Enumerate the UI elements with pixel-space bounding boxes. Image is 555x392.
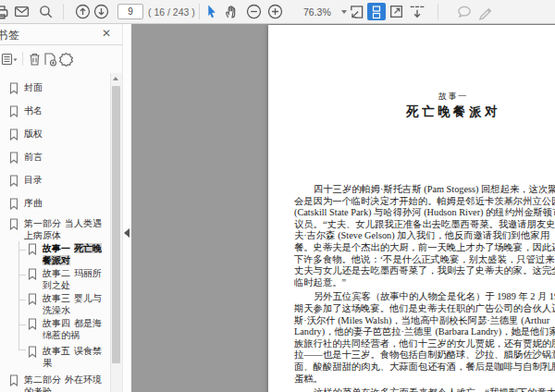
- bookmark-label: 故事五误食禁果: [43, 345, 109, 369]
- annotate-pen-icon[interactable]: [476, 3, 495, 20]
- paragraph: 另外五位宾客（故事中的人物全是化名）于 1989 年 2 月 19 日星期天参加…: [294, 291, 555, 385]
- text-line: 斯·沃尔什 (Miles Walsh)，当地高中副校长阿瑟·兰德里 (Arthu…: [294, 315, 555, 327]
- search-icon[interactable]: [36, 3, 55, 20]
- bookmark-label: 书名: [24, 104, 105, 120]
- story-title: 死亡晚餐派对: [268, 104, 555, 120]
- paragraph: 这样的菜单在许多方面看来都令人难忘。“我把剩下的意大利面: [294, 387, 555, 392]
- text-line: 丈夫与女儿还是去吃墨西哥菜了，我则去了史蒂夫的家。这完全是: [294, 265, 555, 277]
- bookmark-icon: [9, 374, 18, 392]
- page-number-input[interactable]: [117, 4, 143, 19]
- zoom-level-label[interactable]: 76.3%: [303, 6, 331, 18]
- zoom-dropdown-caret[interactable]: [341, 10, 347, 14]
- hand-tool-icon[interactable]: [221, 3, 240, 20]
- panel-edge: [122, 23, 131, 392]
- select-tool-icon[interactable]: [202, 3, 220, 20]
- bookmark-label: 前言: [24, 151, 105, 166]
- text-line: 临时起意。”: [294, 277, 555, 289]
- text-line: 这样的菜单在许多方面看来都令人难忘。“我把剩下的意大利面: [294, 387, 555, 392]
- bookmark-item[interactable]: 序曲: [0, 193, 111, 216]
- bookmark-icon: [28, 345, 37, 369]
- bookmark-item[interactable]: 封面: [0, 78, 111, 101]
- collapse-panel-icon[interactable]: [124, 228, 130, 238]
- comment-icon[interactable]: [455, 3, 474, 20]
- bookmark-item[interactable]: 版权: [0, 124, 111, 147]
- previous-page-button[interactable]: [73, 3, 92, 20]
- toolbar-separator: [438, 4, 438, 19]
- bookmark-label: 故事一死亡晚餐派对: [43, 242, 109, 266]
- bookmark-icon: [9, 81, 18, 97]
- bookmark-icon: [9, 174, 18, 190]
- story-label: 故事一: [268, 91, 555, 103]
- bookmarks-panel-header: 书签 ✕: [0, 23, 122, 45]
- paragraph: 四十三岁的帕姆·斯托吉斯 (Pam Stogess) 回想起来，这次聚会是因为一…: [294, 184, 555, 288]
- text-line: Landry)，他的妻子芭芭拉·兰德里 (Barbara Landry)，她是他…: [294, 326, 555, 338]
- new-bookmark-icon[interactable]: [42, 51, 58, 67]
- document-canvas[interactable]: 故事一 死亡晚餐派对 四十三岁的帕姆·斯托吉斯 (Pam Stogess) 回想…: [130, 23, 555, 392]
- bookmark-item[interactable]: 故事四都是海绵惹的祸: [0, 316, 111, 341]
- fullscreen-icon[interactable]: [387, 3, 405, 20]
- bookmark-label: 序曲: [24, 197, 105, 213]
- bookmarks-toolbar: [0, 45, 122, 73]
- bookmark-item[interactable]: 前言: [0, 147, 111, 170]
- printer-icon[interactable]: [0, 3, 10, 20]
- bookmark-label: 故事四都是海绵惹的祸: [43, 317, 109, 341]
- bookmark-item[interactable]: 故事一死亡晚餐派对: [0, 241, 111, 266]
- fit-page-icon[interactable]: [348, 3, 366, 20]
- bookmark-icon: [9, 217, 18, 241]
- email-icon[interactable]: [12, 3, 31, 20]
- toolbar-separator: [199, 4, 200, 19]
- zoom-out-icon[interactable]: [244, 3, 263, 20]
- scrollbar-thumb[interactable]: [112, 86, 120, 363]
- bookmark-icon: [9, 104, 18, 120]
- zoom-in-icon[interactable]: [265, 3, 284, 20]
- text-line: 四十三岁的帕姆·斯托吉斯 (Pam Stogess) 回想起来，这次聚: [294, 184, 555, 196]
- scrolling-page-view-icon[interactable]: [367, 3, 386, 20]
- next-page-button[interactable]: [92, 3, 110, 20]
- text-line: 蛋糕。: [294, 374, 555, 386]
- toolbar-separator: [63, 4, 64, 19]
- bookmark-icon: [28, 317, 37, 341]
- text-line: 拉——也是十三岁。食物包括自制奶酪球、沙拉、腊肠佐沙锅意大利: [294, 349, 555, 361]
- bookmark-item[interactable]: 故事三婴儿与洗澡水: [0, 291, 111, 316]
- bookmark-icon: [9, 151, 18, 166]
- bookmark-icon: [28, 292, 37, 316]
- text-line: 会是因为一个临时决定才开始的。帕姆是邻近卡茨基尔州立公园: [294, 196, 555, 208]
- bookmark-item[interactable]: 故事二玛丽所到之处: [0, 266, 111, 291]
- bookmark-label: 版权: [24, 128, 105, 143]
- options-menu-icon[interactable]: [1, 51, 18, 67]
- page-count-label: ( 16 / 243 ): [148, 6, 195, 18]
- bookmark-item[interactable]: 第二部分外在环境的考验: [0, 373, 111, 392]
- bookmark-item[interactable]: 书名: [0, 101, 111, 124]
- bookmark-icon: [9, 197, 18, 213]
- bookmark-label: 目录: [24, 174, 105, 190]
- text-line: 议员。“丈夫、女儿跟我正准备出去吃墨西哥菜。我邀请朋友史蒂: [294, 219, 555, 231]
- bookmark-item[interactable]: 第一部分当人类遇上病原体: [0, 216, 111, 241]
- bookmarks-panel-title: 书签: [0, 28, 20, 43]
- bookmark-item[interactable]: 目录: [0, 170, 111, 193]
- bookmark-label: 故事三婴儿与洗澡水: [43, 292, 109, 316]
- text-line: (Catskill State Park) 与哈得孙河 (Hudson Rive…: [294, 207, 555, 219]
- continuous-scroll-icon[interactable]: [408, 3, 426, 20]
- sidebar-scrollbar[interactable]: [110, 73, 122, 392]
- bookmark-label: 封面: [24, 81, 105, 97]
- bookmark-item[interactable]: 故事五误食禁果: [0, 341, 111, 373]
- delete-bookmark-icon[interactable]: [26, 51, 43, 67]
- bookmark-label: 第二部分外在环境的考验: [24, 374, 105, 392]
- bookmarks-list: 封面书名版权前言目录序曲第一部分当人类遇上病原体故事一死亡晚餐派对故事二玛丽所到…: [0, 73, 111, 392]
- close-panel-icon[interactable]: ✕: [102, 27, 111, 40]
- bookmark-icon: [28, 267, 37, 291]
- bookmark-icon: [28, 242, 37, 266]
- badge-icon[interactable]: [57, 51, 74, 67]
- bookmark-label: 第一部分当人类遇上病原体: [24, 217, 105, 241]
- scrollbar-up-arrow[interactable]: [113, 77, 118, 80]
- body-text: 四十三岁的帕姆·斯托吉斯 (Pam Stogess) 回想起来，这次聚会是因为一…: [294, 184, 555, 392]
- bookmarks-panel: 书签 ✕: [0, 23, 122, 392]
- text-line: 族旅行社的共同经营者，他们十三岁的女儿贾妮，还有贾妮的朋友萨: [294, 338, 555, 350]
- bookmark-label: 故事二玛丽所到之处: [43, 267, 109, 291]
- text-line: 期天参加了这场晚宴。他们是史蒂夫任职的广告公司的合伙人迈尔: [294, 303, 555, 315]
- document-page: 故事一 死亡晚餐派对 四十三岁的帕姆·斯托吉斯 (Pam Stogess) 回想…: [268, 25, 555, 392]
- text-line: 餐。史蒂夫是个杰出的大厨，前一天晚上才办了场晚宴，因此还剩: [294, 242, 555, 254]
- pdf-reader-window: ( 16 / 243 ) 76.3%: [0, 0, 555, 392]
- text-line: 面、酸酸甜甜的肉丸、大蒜面包还有酒，餐后是咖啡与自制乳脂软糖: [294, 361, 555, 374]
- toolbar: ( 16 / 243 ) 76.3%: [0, 0, 555, 24]
